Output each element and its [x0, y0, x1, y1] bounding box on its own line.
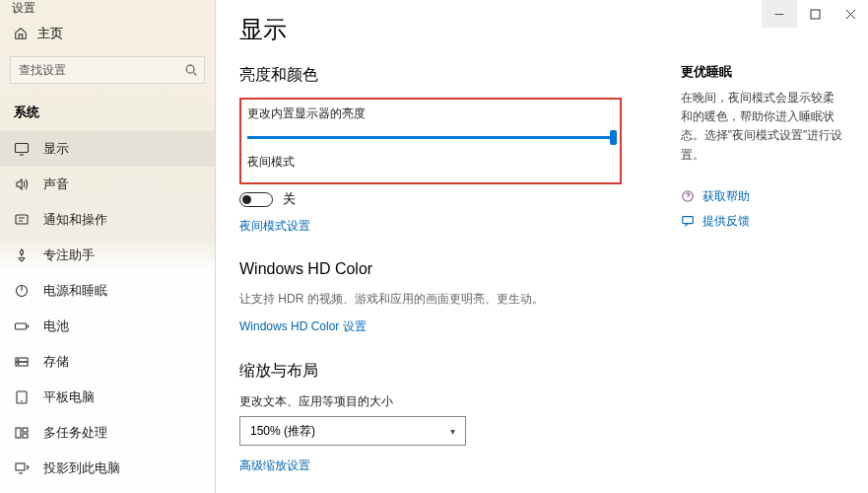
nav-display[interactable]: 显示: [0, 131, 215, 167]
chevron-down-icon: ▾: [450, 426, 455, 437]
nav-project[interactable]: 投影到此电脑: [0, 451, 215, 486]
night-mode-toggle[interactable]: [239, 192, 273, 207]
hdcolor-settings-link[interactable]: Windows HD Color 设置: [239, 318, 367, 335]
nav-label: 显示: [43, 140, 69, 158]
content-column: 显示 亮度和颜色 更改内置显示器的亮度 夜间模式 关 夜间模式设置 Window…: [239, 14, 622, 493]
svg-point-0: [186, 65, 194, 73]
nav-label: 电源和睡眠: [43, 282, 107, 300]
hdcolor-section-title: Windows HD Color: [239, 260, 622, 278]
info-body: 在晚间，夜间模式会显示较柔和的暖色，帮助你进入睡眠状态。选择"夜间模式设置"进行…: [681, 89, 844, 165]
feedback-link[interactable]: 提供反馈: [681, 213, 844, 230]
help-icon: [681, 189, 695, 203]
scale-section-title: 缩放与布局: [239, 361, 622, 382]
nav-label: 平板电脑: [43, 388, 95, 406]
power-icon: [14, 283, 30, 299]
home-button[interactable]: 主页: [0, 17, 215, 50]
night-mode-settings-link[interactable]: 夜间模式设置: [239, 218, 310, 235]
notify-icon: [14, 212, 30, 228]
nav-sound[interactable]: 声音: [0, 167, 215, 202]
window-title: 设置: [0, 0, 215, 17]
get-help-link[interactable]: 获取帮助: [681, 188, 844, 205]
nav-label: 专注助手: [43, 246, 95, 264]
night-mode-label: 夜间模式: [247, 154, 610, 171]
category-label: 系统: [0, 94, 215, 131]
main-area: ─ 显示 亮度和颜色 更改内置显示器的亮度 夜间模式 关 夜间: [216, 0, 868, 493]
monitor-icon: [14, 141, 30, 157]
window-controls: ─: [762, 0, 868, 28]
svg-rect-2: [16, 215, 28, 224]
home-icon: [14, 27, 28, 40]
nav-label: 电池: [43, 317, 69, 335]
get-help-label: 获取帮助: [702, 188, 750, 205]
nav-label: 声音: [43, 176, 69, 193]
battery-icon: [14, 318, 30, 334]
nav-power[interactable]: 电源和睡眠: [0, 273, 215, 309]
svg-rect-11: [23, 428, 28, 432]
tablet-icon: [14, 389, 30, 405]
multitask-icon: [14, 425, 30, 441]
highlight-box: 更改内置显示器的亮度 夜间模式: [239, 98, 622, 184]
scale-value: 150% (推荐): [250, 423, 315, 440]
page-title: 显示: [239, 14, 622, 45]
svg-rect-10: [16, 428, 21, 438]
svg-rect-1: [16, 144, 29, 153]
svg-point-7: [18, 360, 19, 361]
project-icon: [14, 460, 30, 476]
brightness-slider-label: 更改内置显示器的亮度: [247, 106, 610, 122]
nav-tablet[interactable]: 平板电脑: [0, 380, 215, 415]
nav-label: 通知和操作: [43, 211, 107, 229]
svg-rect-13: [16, 463, 25, 470]
svg-rect-14: [811, 10, 820, 19]
nav-share[interactable]: 体验共享: [0, 486, 215, 493]
sound-icon: [14, 176, 30, 192]
scale-select[interactable]: 150% (推荐) ▾: [239, 416, 466, 446]
nav-battery[interactable]: 电池: [0, 309, 215, 344]
advanced-scale-link[interactable]: 高级缩放设置: [239, 458, 310, 474]
nav-notifications[interactable]: 通知和操作: [0, 202, 215, 238]
search-row: 查找设置: [0, 50, 215, 94]
hdcolor-helper: 让支持 HDR 的视频、游戏和应用的画面更明亮、更生动。: [239, 290, 622, 309]
nav-label: 多任务处理: [43, 424, 107, 442]
nav-label: 投影到此电脑: [43, 459, 120, 477]
search-input[interactable]: 查找设置: [10, 56, 205, 84]
svg-rect-16: [683, 217, 694, 224]
search-placeholder: 查找设置: [19, 62, 66, 79]
home-label: 主页: [37, 25, 63, 42]
svg-point-8: [18, 364, 19, 365]
scale-label: 更改文本、应用等项目的大小: [239, 393, 622, 410]
brightness-slider[interactable]: [247, 128, 610, 146]
search-icon: [184, 63, 198, 77]
brightness-section-title: 亮度和颜色: [239, 65, 622, 86]
nav-list: 显示 声音 通知和操作 专注助手 电源和睡眠 电池: [0, 131, 215, 493]
focus-icon: [14, 247, 30, 263]
nav-multitask[interactable]: 多任务处理: [0, 415, 215, 451]
feedback-icon: [681, 214, 695, 228]
svg-rect-12: [23, 434, 28, 438]
close-button[interactable]: [833, 0, 868, 28]
storage-icon: [14, 354, 30, 370]
minimize-button[interactable]: ─: [762, 0, 797, 28]
sidebar: 设置 主页 查找设置 系统 显示 声音: [0, 0, 216, 493]
feedback-label: 提供反馈: [702, 213, 750, 230]
maximize-button[interactable]: [797, 0, 833, 28]
toggle-state-label: 关: [283, 190, 296, 208]
nav-label: 存储: [43, 353, 69, 371]
nav-storage[interactable]: 存储: [0, 344, 215, 380]
nav-focus[interactable]: 专注助手: [0, 238, 215, 273]
info-title: 更优睡眠: [681, 63, 844, 81]
info-panel: 更优睡眠 在晚间，夜间模式会显示较柔和的暖色，帮助你进入睡眠状态。选择"夜间模式…: [681, 14, 844, 493]
svg-rect-4: [16, 323, 27, 329]
